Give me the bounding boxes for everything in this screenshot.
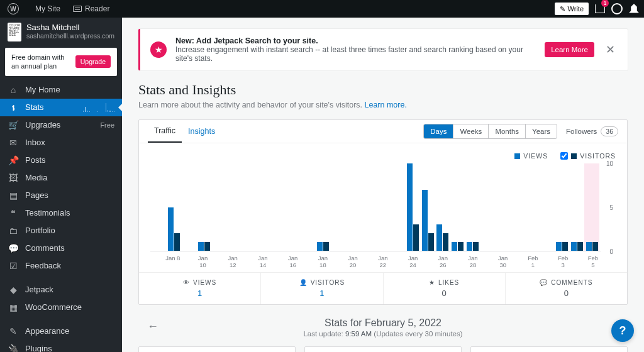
legend-views[interactable]: VIEWS bbox=[514, 152, 548, 160]
sidebar-item-jetpack[interactable]: ◆Jetpack bbox=[0, 281, 122, 299]
bar-Jan-9[interactable] bbox=[181, 163, 196, 251]
banner-desc: Increase engagement with instant search … bbox=[175, 45, 523, 63]
bar-Jan-30[interactable] bbox=[495, 163, 510, 251]
panel-countries[interactable]: Countries› bbox=[470, 346, 628, 352]
wp-logo[interactable]: W bbox=[4, 3, 26, 14]
bar-Jan-16[interactable] bbox=[286, 163, 301, 251]
testimonials-icon: ❝ bbox=[8, 208, 19, 218]
sidebar-item-inbox[interactable]: ✉Inbox bbox=[0, 134, 122, 151]
bar-Feb-3[interactable] bbox=[555, 163, 570, 251]
range-months[interactable]: Months bbox=[488, 124, 525, 138]
range-days[interactable]: Days bbox=[424, 124, 453, 138]
jetpack-banner: ★ New: Add Jetpack Search to your site. … bbox=[138, 29, 628, 70]
bar-Jan-29[interactable] bbox=[480, 163, 495, 251]
star-icon: ★ bbox=[150, 41, 167, 58]
bar-Jan-20[interactable] bbox=[346, 163, 361, 251]
profile-avatar[interactable] bbox=[611, 3, 623, 14]
back-arrow[interactable]: ← bbox=[147, 320, 158, 333]
cart-button[interactable]: 1 bbox=[595, 4, 605, 13]
sidebar-item-feedback[interactable]: ☑Feedback bbox=[0, 257, 122, 275]
bar-Jan-31[interactable] bbox=[510, 163, 525, 251]
banner-learn-more[interactable]: Learn More bbox=[545, 42, 594, 57]
sidebar-item-testimonials[interactable]: ❝Testimonials bbox=[0, 204, 122, 222]
bar-Feb-2[interactable] bbox=[540, 163, 555, 251]
star-icon: ★ bbox=[429, 279, 435, 286]
bar-Jan-19[interactable] bbox=[331, 163, 346, 251]
sidebar-item-posts[interactable]: 📌Posts bbox=[0, 151, 122, 169]
bar-Jan-12[interactable] bbox=[226, 163, 242, 251]
bar-Feb-1[interactable] bbox=[525, 163, 540, 251]
site-thumbnail: COLOR SHAPE SMELL SIZE bbox=[8, 23, 21, 41]
woocommerce-icon: ▦ bbox=[8, 302, 19, 312]
posts-icon: 📌 bbox=[8, 155, 19, 165]
sidebar: COLOR SHAPE SMELL SIZE Sasha Mitchell sa… bbox=[0, 18, 122, 352]
bar-Jan-28[interactable] bbox=[465, 163, 480, 251]
detail-panels: Posts & pages›Referrers›Countries› bbox=[138, 346, 628, 352]
bar-Jan-15[interactable] bbox=[271, 163, 286, 251]
summary-visitors[interactable]: 👤VISITORS1 bbox=[260, 273, 382, 304]
sidebar-item-appearance[interactable]: ✎Appearance bbox=[0, 322, 122, 340]
followers-count: 36 bbox=[601, 126, 618, 136]
bar-Feb-4[interactable] bbox=[570, 163, 585, 251]
visitors-checkbox[interactable] bbox=[560, 152, 568, 160]
help-button[interactable]: ? bbox=[611, 319, 634, 342]
range-weeks[interactable]: Weeks bbox=[453, 124, 488, 138]
banner-close[interactable]: ✕ bbox=[603, 43, 618, 57]
sidebar-item-media[interactable]: 🖾Media bbox=[0, 169, 122, 187]
bar-Jan-25[interactable] bbox=[420, 163, 435, 251]
visitors-swatch bbox=[571, 153, 577, 159]
site-profile[interactable]: COLOR SHAPE SMELL SIZE Sasha Mitchell sa… bbox=[0, 18, 122, 48]
bar-Jan-21[interactable] bbox=[360, 163, 375, 251]
bar-Feb-5[interactable] bbox=[584, 163, 599, 251]
write-button[interactable]: ✎Write bbox=[555, 3, 589, 15]
main-content: ★ New: Add Jetpack Search to your site. … bbox=[122, 18, 644, 352]
bar-Jan-18[interactable] bbox=[316, 163, 331, 251]
domain-promo-text: Free domain with an annual plan bbox=[11, 53, 72, 71]
notifications-icon[interactable] bbox=[629, 4, 639, 14]
page-subtitle: Learn more about the activity and behavi… bbox=[138, 101, 628, 109]
stats-chart: 0510 bbox=[150, 163, 616, 251]
panel-posts-pages[interactable]: Posts & pages› bbox=[138, 346, 296, 352]
sidebar-item-pages[interactable]: ▤Pages bbox=[0, 187, 122, 204]
summary-likes[interactable]: ★LIKES0 bbox=[383, 273, 505, 304]
legend-visitors[interactable]: VISITORS bbox=[560, 152, 616, 160]
comments-icon: 💬 bbox=[8, 243, 19, 253]
sidebar-item-upgrades[interactable]: 🛒UpgradesFree bbox=[0, 116, 122, 134]
sidebar-item-stats[interactable]: ⫮Stats bbox=[0, 99, 122, 116]
learn-more-link[interactable]: Learn more. bbox=[365, 101, 407, 109]
upgrade-button[interactable]: Upgrade bbox=[75, 55, 111, 68]
bar-Jan-23[interactable] bbox=[391, 163, 406, 251]
summary-views[interactable]: 👁VIEWS1 bbox=[139, 273, 260, 304]
bar-Jan-22[interactable] bbox=[375, 163, 391, 251]
bar-Jan-13[interactable] bbox=[241, 163, 256, 251]
panel-referrers[interactable]: Referrers› bbox=[304, 346, 462, 352]
tab-insights[interactable]: Insights bbox=[182, 121, 221, 142]
pages-icon: ▤ bbox=[8, 190, 19, 201]
reader-link[interactable]: Reader bbox=[69, 4, 113, 13]
bar-Jan-17[interactable] bbox=[301, 163, 316, 251]
bar-Jan-8[interactable] bbox=[167, 163, 182, 251]
eye-icon: 👁 bbox=[183, 279, 190, 286]
bar-Jan-26[interactable] bbox=[435, 163, 450, 251]
bar-Jan-11[interactable] bbox=[211, 163, 226, 251]
domain-promo: Free domain with an annual plan Upgrade bbox=[5, 48, 117, 76]
sidebar-item-plugins[interactable]: 🔌Plugins bbox=[0, 340, 122, 352]
followers[interactable]: Followers 36 bbox=[566, 126, 618, 136]
tab-traffic[interactable]: Traffic bbox=[148, 120, 182, 143]
sidebar-item-portfolio[interactable]: 🗀Portfolio bbox=[0, 222, 122, 239]
comment-icon: 💬 bbox=[540, 279, 548, 286]
bar-Jan-14[interactable] bbox=[256, 163, 271, 251]
my home-icon: ⌂ bbox=[8, 85, 19, 95]
range-years[interactable]: Years bbox=[525, 124, 557, 138]
summary-comments[interactable]: 💬COMMENTS0 bbox=[505, 273, 627, 304]
bar-Jan-24[interactable] bbox=[405, 163, 420, 251]
bar-Jan-7[interactable] bbox=[152, 163, 167, 251]
my-site-link[interactable]: My Site bbox=[31, 4, 64, 13]
bar-Jan-27[interactable] bbox=[450, 163, 465, 251]
bar-Jan-10[interactable] bbox=[196, 163, 211, 251]
sidebar-item-my-home[interactable]: ⌂My Home bbox=[0, 81, 122, 99]
tabs-row: Traffic Insights DaysWeeksMonthsYears Fo… bbox=[139, 120, 627, 143]
sidebar-item-woocommerce[interactable]: ▦WooCommerce bbox=[0, 299, 122, 316]
sidebar-item-comments[interactable]: 💬Comments bbox=[0, 239, 122, 257]
range-selector: DaysWeeksMonthsYears bbox=[423, 124, 557, 139]
